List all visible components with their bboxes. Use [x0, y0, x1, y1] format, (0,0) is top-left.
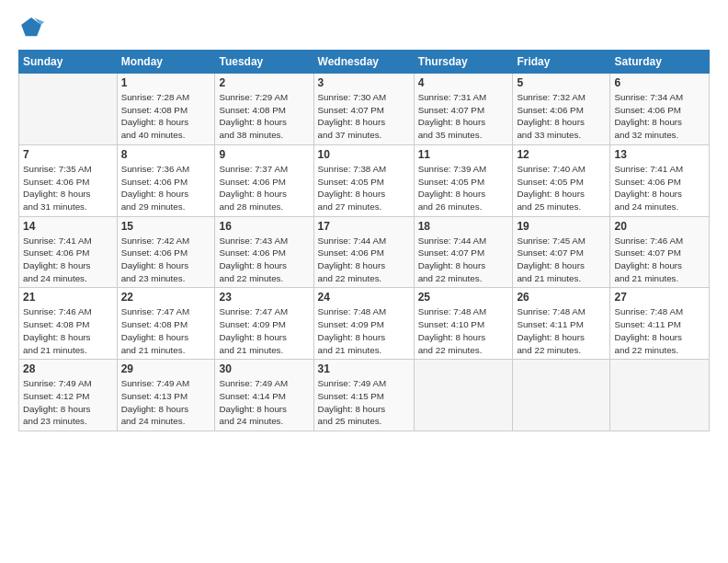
- day-number: 22: [121, 291, 211, 304]
- day-number: 12: [517, 148, 606, 161]
- day-number: 28: [23, 362, 113, 375]
- day-cell: 25Sunrise: 7:48 AM Sunset: 4:10 PM Dayli…: [414, 288, 513, 360]
- day-info: Sunrise: 7:46 AM Sunset: 4:07 PM Dayligh…: [614, 235, 705, 285]
- day-cell: 6Sunrise: 7:34 AM Sunset: 4:06 PM Daylig…: [610, 74, 710, 145]
- day-number: 5: [517, 76, 606, 89]
- day-info: Sunrise: 7:34 AM Sunset: 4:06 PM Dayligh…: [614, 91, 705, 142]
- week-row-1: 1Sunrise: 7:28 AM Sunset: 4:08 PM Daylig…: [19, 74, 710, 145]
- day-cell: 12Sunrise: 7:40 AM Sunset: 4:05 PM Dayli…: [513, 144, 610, 216]
- day-number: 30: [219, 362, 309, 375]
- day-cell: 28Sunrise: 7:49 AM Sunset: 4:12 PM Dayli…: [19, 360, 118, 431]
- weekday-header-thursday: Thursday: [414, 51, 513, 74]
- day-info: Sunrise: 7:41 AM Sunset: 4:06 PM Dayligh…: [614, 163, 705, 213]
- day-number: 17: [318, 220, 410, 233]
- day-info: Sunrise: 7:49 AM Sunset: 4:12 PM Dayligh…: [23, 377, 113, 428]
- day-cell: 9Sunrise: 7:37 AM Sunset: 4:06 PM Daylig…: [215, 144, 313, 216]
- day-info: Sunrise: 7:48 AM Sunset: 4:10 PM Dayligh…: [418, 305, 509, 356]
- day-info: Sunrise: 7:42 AM Sunset: 4:06 PM Dayligh…: [121, 235, 211, 285]
- day-info: Sunrise: 7:46 AM Sunset: 4:08 PM Dayligh…: [23, 305, 113, 356]
- day-info: Sunrise: 7:28 AM Sunset: 4:08 PM Dayligh…: [121, 91, 211, 142]
- day-cell: 31Sunrise: 7:49 AM Sunset: 4:15 PM Dayli…: [313, 360, 414, 431]
- calendar-table: SundayMondayTuesdayWednesdayThursdayFrid…: [18, 50, 710, 431]
- day-cell: 17Sunrise: 7:44 AM Sunset: 4:06 PM Dayli…: [313, 216, 414, 288]
- day-info: Sunrise: 7:49 AM Sunset: 4:13 PM Dayligh…: [121, 377, 211, 428]
- weekday-header-friday: Friday: [513, 51, 610, 74]
- day-cell: 14Sunrise: 7:41 AM Sunset: 4:06 PM Dayli…: [19, 216, 118, 288]
- day-info: Sunrise: 7:32 AM Sunset: 4:06 PM Dayligh…: [517, 91, 606, 142]
- weekday-header-monday: Monday: [117, 51, 215, 74]
- day-info: Sunrise: 7:39 AM Sunset: 4:05 PM Dayligh…: [418, 163, 509, 213]
- logo-icon: [18, 15, 44, 40]
- day-cell: 27Sunrise: 7:48 AM Sunset: 4:11 PM Dayli…: [610, 288, 710, 360]
- day-cell: 23Sunrise: 7:47 AM Sunset: 4:09 PM Dayli…: [215, 288, 313, 360]
- day-number: 11: [418, 148, 509, 161]
- day-number: 16: [219, 220, 309, 233]
- day-cell: 15Sunrise: 7:42 AM Sunset: 4:06 PM Dayli…: [117, 216, 215, 288]
- day-number: 3: [318, 76, 410, 89]
- weekday-header-wednesday: Wednesday: [313, 51, 414, 74]
- day-number: 27: [614, 291, 705, 304]
- day-info: Sunrise: 7:45 AM Sunset: 4:07 PM Dayligh…: [517, 235, 606, 285]
- day-number: 7: [23, 148, 113, 161]
- day-cell: [414, 360, 513, 431]
- day-cell: 2Sunrise: 7:29 AM Sunset: 4:08 PM Daylig…: [215, 74, 313, 145]
- day-number: 10: [318, 148, 410, 161]
- day-info: Sunrise: 7:35 AM Sunset: 4:06 PM Dayligh…: [23, 163, 113, 213]
- day-info: Sunrise: 7:30 AM Sunset: 4:07 PM Dayligh…: [318, 91, 410, 142]
- day-info: Sunrise: 7:31 AM Sunset: 4:07 PM Dayligh…: [418, 91, 509, 142]
- day-cell: 1Sunrise: 7:28 AM Sunset: 4:08 PM Daylig…: [117, 74, 215, 145]
- week-row-2: 7Sunrise: 7:35 AM Sunset: 4:06 PM Daylig…: [19, 144, 710, 216]
- day-number: 14: [23, 220, 113, 233]
- day-info: Sunrise: 7:44 AM Sunset: 4:06 PM Dayligh…: [318, 235, 410, 285]
- day-cell: 19Sunrise: 7:45 AM Sunset: 4:07 PM Dayli…: [513, 216, 610, 288]
- day-cell: 22Sunrise: 7:47 AM Sunset: 4:08 PM Dayli…: [117, 288, 215, 360]
- day-info: Sunrise: 7:41 AM Sunset: 4:06 PM Dayligh…: [23, 235, 113, 285]
- weekday-header-saturday: Saturday: [610, 51, 710, 74]
- logo: [18, 15, 48, 40]
- day-cell: 21Sunrise: 7:46 AM Sunset: 4:08 PM Dayli…: [19, 288, 118, 360]
- day-cell: [19, 74, 118, 145]
- weekday-header-tuesday: Tuesday: [215, 51, 313, 74]
- day-number: 18: [418, 220, 509, 233]
- day-number: 6: [614, 76, 705, 89]
- week-row-5: 28Sunrise: 7:49 AM Sunset: 4:12 PM Dayli…: [19, 360, 710, 431]
- day-info: Sunrise: 7:49 AM Sunset: 4:15 PM Dayligh…: [318, 377, 410, 428]
- day-info: Sunrise: 7:38 AM Sunset: 4:05 PM Dayligh…: [318, 163, 410, 213]
- day-cell: 4Sunrise: 7:31 AM Sunset: 4:07 PM Daylig…: [414, 74, 513, 145]
- day-info: Sunrise: 7:48 AM Sunset: 4:11 PM Dayligh…: [517, 305, 606, 356]
- day-cell: 30Sunrise: 7:49 AM Sunset: 4:14 PM Dayli…: [215, 360, 313, 431]
- day-cell: 11Sunrise: 7:39 AM Sunset: 4:05 PM Dayli…: [414, 144, 513, 216]
- week-row-3: 14Sunrise: 7:41 AM Sunset: 4:06 PM Dayli…: [19, 216, 710, 288]
- day-cell: 24Sunrise: 7:48 AM Sunset: 4:09 PM Dayli…: [313, 288, 414, 360]
- day-number: 24: [318, 291, 410, 304]
- day-cell: 3Sunrise: 7:30 AM Sunset: 4:07 PM Daylig…: [313, 74, 414, 145]
- day-cell: [610, 360, 710, 431]
- day-cell: 8Sunrise: 7:36 AM Sunset: 4:06 PM Daylig…: [117, 144, 215, 216]
- day-number: 29: [121, 362, 211, 375]
- weekday-header-sunday: Sunday: [19, 51, 118, 74]
- day-number: 2: [219, 76, 309, 89]
- day-number: 23: [219, 291, 309, 304]
- day-cell: 16Sunrise: 7:43 AM Sunset: 4:06 PM Dayli…: [215, 216, 313, 288]
- day-info: Sunrise: 7:37 AM Sunset: 4:06 PM Dayligh…: [219, 163, 309, 213]
- day-number: 9: [219, 148, 309, 161]
- day-number: 4: [418, 76, 509, 89]
- day-info: Sunrise: 7:47 AM Sunset: 4:08 PM Dayligh…: [121, 305, 211, 356]
- day-cell: 13Sunrise: 7:41 AM Sunset: 4:06 PM Dayli…: [610, 144, 710, 216]
- day-cell: 20Sunrise: 7:46 AM Sunset: 4:07 PM Dayli…: [610, 216, 710, 288]
- weekday-header-row: SundayMondayTuesdayWednesdayThursdayFrid…: [19, 51, 710, 74]
- day-number: 19: [517, 220, 606, 233]
- day-cell: 10Sunrise: 7:38 AM Sunset: 4:05 PM Dayli…: [313, 144, 414, 216]
- day-number: 26: [517, 291, 606, 304]
- day-info: Sunrise: 7:49 AM Sunset: 4:14 PM Dayligh…: [219, 377, 309, 428]
- day-number: 20: [614, 220, 705, 233]
- day-number: 15: [121, 220, 211, 233]
- day-info: Sunrise: 7:44 AM Sunset: 4:07 PM Dayligh…: [418, 235, 509, 285]
- day-number: 1: [121, 76, 211, 89]
- day-cell: [513, 360, 610, 431]
- day-number: 21: [23, 291, 113, 304]
- day-cell: 7Sunrise: 7:35 AM Sunset: 4:06 PM Daylig…: [19, 144, 118, 216]
- day-info: Sunrise: 7:36 AM Sunset: 4:06 PM Dayligh…: [121, 163, 211, 213]
- day-number: 25: [418, 291, 509, 304]
- day-info: Sunrise: 7:29 AM Sunset: 4:08 PM Dayligh…: [219, 91, 309, 142]
